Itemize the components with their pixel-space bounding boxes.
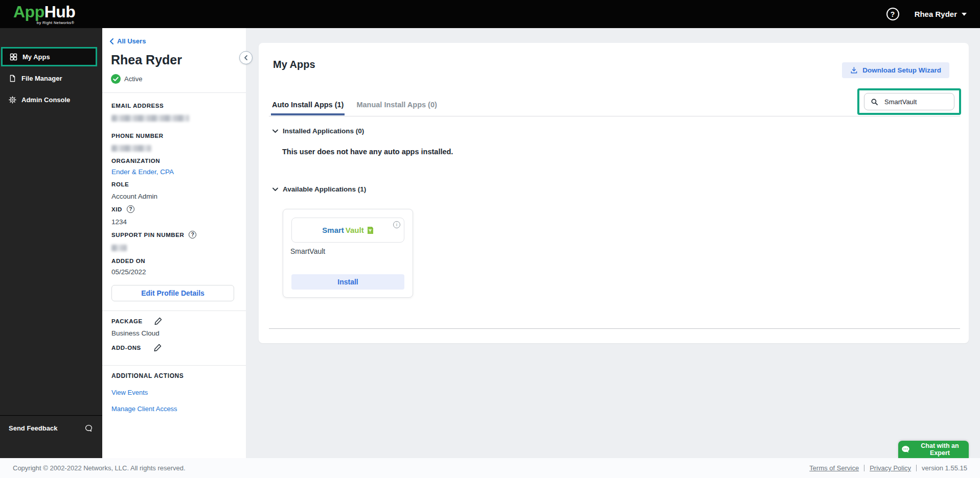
app-search-box[interactable]	[864, 93, 954, 110]
sidebar-item-my-apps[interactable]: My Apps	[1, 47, 97, 66]
help-icon[interactable]: ?	[886, 8, 899, 20]
redacted-email-value	[111, 115, 189, 122]
smartvault-logo-box: SmartVault i	[291, 218, 404, 243]
role-label: ROLE	[111, 181, 129, 187]
my-apps-panel: My Apps Download Setup Wizard Auto Insta…	[259, 43, 969, 343]
redacted-pin-value	[111, 245, 127, 251]
apps-tabs: Auto Install Apps (1) Manual Install App…	[271, 101, 438, 115]
view-events-link[interactable]: View Events	[111, 389, 148, 396]
help-glyph: ?	[891, 10, 895, 18]
added-on-value: 05/25/2022	[111, 268, 146, 276]
logo-byline: by Right Networks®	[13, 21, 75, 25]
tab-manual-install-apps[interactable]: Manual Install Apps (0)	[355, 101, 438, 115]
sidebar: My Apps File Manager Admin Console Send …	[0, 28, 102, 458]
additional-actions-label: ADDITIONAL ACTIONS	[111, 372, 184, 379]
sidebar-divider	[0, 415, 102, 416]
smartvault-logo-vault: Vault	[346, 226, 364, 234]
chat-bubble-icon	[901, 445, 910, 453]
status-badge: Active	[111, 74, 142, 84]
terms-of-service-link[interactable]: Terms of Service	[809, 464, 859, 472]
send-feedback-button[interactable]: Send Feedback	[0, 420, 102, 436]
email-label: EMAIL ADDRESS	[111, 103, 164, 109]
package-label: PACKAGE	[111, 318, 143, 324]
version-text: version 1.55.15	[922, 464, 967, 472]
support-pin-row: SUPPORT PIN NUMBER ?	[111, 231, 196, 238]
xid-help-icon[interactable]: ?	[127, 205, 134, 213]
divider	[102, 365, 246, 366]
sidebar-item-label: File Manager	[21, 75, 62, 82]
search-annotation-highlight	[857, 88, 961, 115]
divider	[102, 310, 246, 311]
sidebar-item-admin-console[interactable]: Admin Console	[0, 91, 102, 108]
download-icon	[850, 66, 858, 74]
logo-app-text: App	[13, 3, 44, 21]
organization-link[interactable]: Ender & Ender, CPA	[111, 168, 174, 176]
chevron-down-icon	[962, 13, 967, 16]
tab-auto-install-apps[interactable]: Auto Install Apps (1)	[271, 101, 345, 115]
logo-hub-text: Hub	[44, 3, 76, 21]
app-info-icon[interactable]: i	[393, 221, 400, 228]
available-applications-section-header[interactable]: Available Applications (1)	[272, 185, 366, 193]
back-link-label: All Users	[117, 37, 146, 45]
profile-name: Rhea Ryder	[111, 53, 182, 67]
sidebar-item-file-manager[interactable]: File Manager	[0, 69, 102, 87]
footer: Copyright © 2002-2022 Networks, LLC. All…	[0, 458, 980, 478]
edit-package-pencil-icon[interactable]	[154, 317, 163, 325]
chat-bubble-icon	[84, 424, 93, 433]
role-value: Account Admin	[111, 193, 157, 200]
xid-label: XID	[111, 206, 122, 212]
installed-empty-message: This user does not have any auto apps in…	[282, 148, 453, 156]
sidebar-item-label: My Apps	[22, 53, 50, 61]
available-section-label: Available Applications (1)	[283, 185, 366, 193]
collapse-panel-button[interactable]	[239, 51, 253, 64]
send-feedback-label: Send Feedback	[9, 424, 57, 432]
chevron-left-icon	[109, 38, 114, 44]
top-header: AppHub by Right Networks® ? Rhea Ryder	[0, 0, 980, 28]
search-icon	[871, 98, 878, 106]
privacy-policy-link[interactable]: Privacy Policy	[870, 464, 911, 472]
package-value: Business Cloud	[111, 329, 159, 337]
chat-button-label: Chat with an Expert	[914, 442, 966, 457]
grid-icon	[10, 53, 17, 61]
xid-row: XID ?	[111, 205, 134, 213]
active-check-icon	[111, 74, 121, 84]
divider	[102, 92, 246, 93]
footer-separator	[916, 465, 917, 471]
package-row: PACKAGE	[111, 317, 163, 325]
organization-label: ORGANIZATION	[111, 158, 160, 164]
download-setup-wizard-button[interactable]: Download Setup Wizard	[842, 62, 949, 78]
support-pin-label: SUPPORT PIN NUMBER	[111, 232, 184, 238]
footer-links: Terms of Service Privacy Policy version …	[809, 464, 967, 472]
addons-label: ADD-ONS	[111, 345, 141, 351]
gear-icon	[9, 96, 16, 104]
apphub-logo[interactable]: AppHub by Right Networks®	[13, 4, 75, 25]
installed-applications-section-header[interactable]: Installed Applications (0)	[272, 127, 364, 135]
tabs-divider	[269, 116, 960, 116]
support-pin-help-icon[interactable]: ?	[189, 231, 196, 238]
smartvault-app-card: SmartVault i SmartVault Install	[283, 209, 413, 298]
xid-value: 1234	[111, 218, 127, 226]
user-menu[interactable]: Rhea Ryder	[915, 10, 967, 18]
installed-section-label: Installed Applications (0)	[283, 127, 364, 135]
header-right: ? Rhea Ryder	[886, 8, 967, 20]
apphub-logo-text: AppHub	[13, 4, 75, 20]
install-button[interactable]: Install	[291, 274, 404, 290]
smartvault-vault-icon	[367, 226, 374, 234]
added-on-label: ADDED ON	[111, 258, 145, 264]
search-input[interactable]	[883, 98, 944, 106]
status-label: Active	[124, 75, 142, 83]
edit-addons-pencil-icon[interactable]	[153, 343, 162, 352]
addons-row: ADD-ONS	[111, 343, 162, 352]
chevron-down-icon	[272, 129, 278, 133]
download-button-label: Download Setup Wizard	[862, 66, 941, 74]
redacted-phone-value	[111, 145, 151, 152]
user-profile-panel: All Users Rhea Ryder Active EMAIL ADDRES…	[102, 28, 246, 458]
copyright-text: Copyright © 2002-2022 Networks, LLC. All…	[13, 464, 186, 472]
manage-client-access-link[interactable]: Manage Client Access	[111, 405, 177, 413]
phone-label: PHONE NUMBER	[111, 133, 164, 139]
edit-profile-details-button[interactable]: Edit Profile Details	[111, 285, 234, 301]
chat-with-expert-button[interactable]: Chat with an Expert	[898, 441, 969, 458]
app-name: SmartVault	[290, 247, 325, 255]
page-title: My Apps	[273, 59, 315, 70]
back-to-all-users-link[interactable]: All Users	[109, 37, 146, 45]
